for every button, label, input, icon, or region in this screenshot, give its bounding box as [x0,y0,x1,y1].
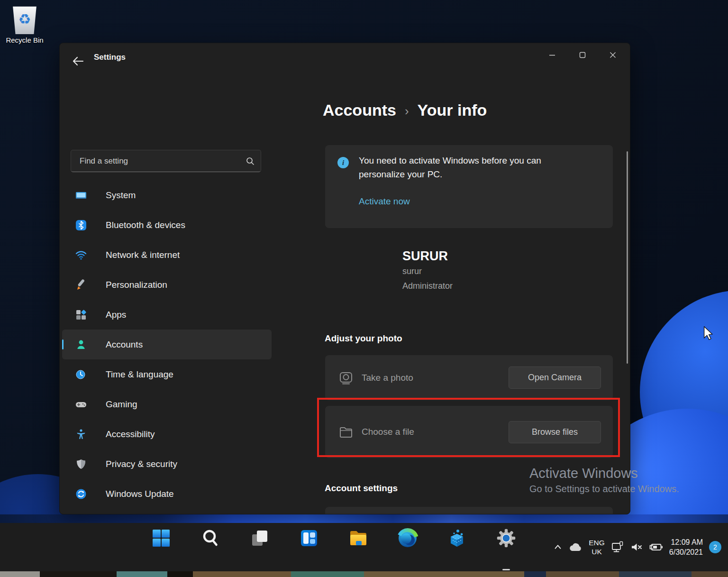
clock[interactable]: 12:09 AM 6/30/2021 [669,537,703,557]
language-indicator[interactable]: ENG UK [589,538,605,556]
recycle-bin-icon: ♻ [12,5,37,34]
widgets-icon [299,528,319,548]
task-view-button[interactable] [248,527,271,550]
task-view-icon [250,528,270,548]
sidebar-item-personalization[interactable]: Personalization [62,270,272,300]
sidebar-item-label: System [106,190,136,201]
start-button[interactable] [150,527,173,550]
account-settings-card [325,507,613,514]
sidebar-item-label: Accounts [106,339,143,350]
sidebar-item-windows-update[interactable]: Windows Update [62,479,272,509]
sidebar-item-label: Network & internet [106,250,180,260]
battery-charging-icon[interactable] [649,541,663,553]
take-photo-row: Take a photo Open Camera [325,355,613,400]
taskbar-search-button[interactable] [199,527,222,550]
camera-icon [338,370,354,385]
watermark-line1: Activate Windows [529,465,679,482]
info-icon: i [337,157,349,168]
sidebar-item-accounts[interactable]: Accounts [62,330,272,359]
onedrive-cloud-icon[interactable] [568,542,582,552]
recycle-bin-shortcut[interactable]: ♻ Recycle Bin [3,5,46,44]
page-title: Your info [418,101,487,119]
sidebar-item-privacy[interactable]: Privacy & security [62,449,272,479]
3d-viewer-icon [447,528,467,548]
sidebar-item-gaming[interactable]: Gaming [62,389,272,419]
activate-windows-watermark: Activate Windows Go to Settings to activ… [529,465,679,496]
scrollbar[interactable] [627,151,628,364]
settings-window: Settings [59,43,630,514]
sidebar-item-apps[interactable]: Apps [62,300,272,330]
widgets-button[interactable] [298,527,320,550]
account-settings-heading: Account settings [325,483,398,494]
taskbar-icons [150,527,518,550]
user-username: surur [402,264,453,279]
edge-button[interactable] [396,527,419,550]
window-title: Settings [94,53,126,62]
brush-icon [75,279,87,291]
settings-gear-icon [496,528,517,549]
tray-chevron-icon[interactable] [554,543,562,551]
person-icon [75,339,87,350]
edge-icon [397,528,418,549]
sidebar-item-time-language[interactable]: Time & language [62,359,272,389]
file-explorer-icon [348,528,369,549]
wallpaper-horizon-streak [0,514,728,523]
wifi-icon [75,249,87,261]
mouse-cursor [703,326,713,342]
shield-icon [75,458,87,470]
activate-now-link[interactable]: Activate now [359,196,410,207]
breadcrumb: Accounts › Your info [323,101,487,119]
close-button[interactable] [598,44,628,66]
sidebar-item-system[interactable]: System [62,180,272,210]
maximize-button[interactable] [567,44,598,66]
file-explorer-button[interactable] [347,527,370,550]
update-icon [75,488,87,500]
minimize-button[interactable] [537,44,567,66]
system-icon [75,190,87,201]
sidebar-item-accessibility[interactable]: Accessibility [62,419,272,449]
muted-speaker-icon[interactable] [630,541,643,553]
notification-badge[interactable]: 2 [709,541,721,553]
sidebar-item-label: Windows Update [106,489,174,499]
selected-accent-bar [62,339,64,349]
back-button[interactable] [68,54,87,69]
sidebar-item-label: Gaming [106,399,137,410]
maximize-icon [579,52,586,58]
activation-banner: i You need to activate Windows before yo… [325,145,613,228]
recycle-bin-label: Recycle Bin [3,36,46,44]
settings-taskbar-button[interactable] [495,527,518,550]
sidebar-item-label: Bluetooth & devices [106,220,185,230]
window-controls [537,44,628,66]
sidebar-item-label: Time & language [106,369,173,380]
taskbar: ENG UK 12:09 AM 6/30/2021 [0,523,728,571]
watermark-line2: Go to Settings to activate Windows. [529,482,679,496]
language-line2: UK [589,547,605,556]
user-info: SURUR surur Administrator [402,248,453,293]
3d-viewer-button[interactable] [446,527,468,550]
search-input[interactable] [79,156,246,166]
gamepad-icon [75,399,87,410]
back-arrow-icon [71,54,85,68]
breadcrumb-accounts[interactable]: Accounts [323,101,396,119]
user-name: SURUR [402,248,453,264]
breadcrumb-chevron-icon: › [405,102,409,119]
clock-globe-icon [75,369,87,380]
bluetooth-icon [75,220,87,231]
system-tray: ENG UK 12:09 AM 6/30/2021 [554,523,721,571]
clock-time: 12:09 AM [669,537,703,547]
search-box [71,150,261,172]
take-photo-label: Take a photo [362,373,509,383]
sidebar-item-label: Apps [106,310,126,320]
banner-text: You need to activate Windows before you … [359,154,563,181]
active-app-indicator [502,569,510,570]
open-camera-button[interactable]: Open Camera [509,366,601,389]
sidebar-item-bluetooth[interactable]: Bluetooth & devices [62,210,272,240]
search-icon [200,528,220,548]
language-line1: ENG [589,538,605,547]
network-display-icon[interactable] [611,541,624,553]
close-icon [610,52,616,58]
accessibility-icon [75,429,87,440]
search-icon [246,156,255,166]
adjust-photo-heading: Adjust your photo [325,333,402,344]
sidebar-item-network[interactable]: Network & internet [62,240,272,270]
